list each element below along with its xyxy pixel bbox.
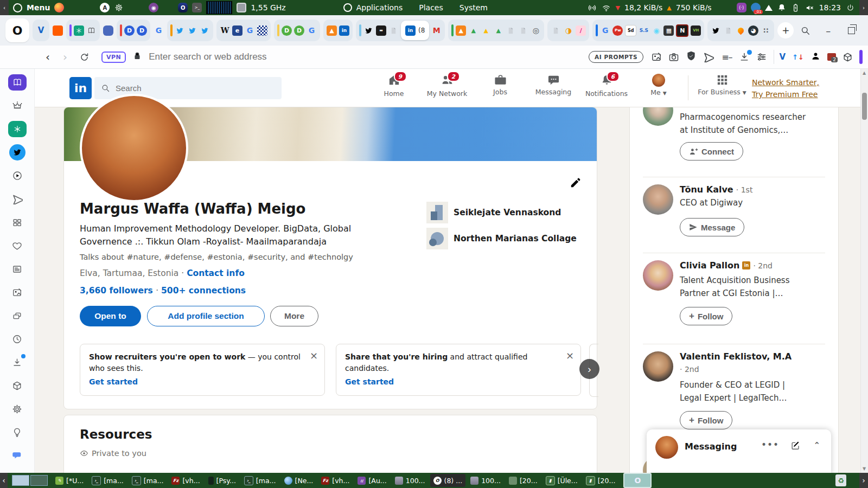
tab-favicon-e[interactable]: e	[232, 25, 242, 36]
taskbar-window[interactable]: ▮[Üle...	[542, 474, 581, 487]
power-icon[interactable]	[845, 3, 855, 12]
follow-button[interactable]: +Follow	[680, 411, 732, 429]
sidebar-speeddial-icon[interactable]	[8, 214, 27, 230]
trash-applet-icon[interactable]: ♻	[835, 474, 846, 486]
tab-favicon-wikipedia[interactable]: W	[220, 25, 230, 36]
taskbar-window[interactable]: ›_[ma...	[241, 474, 279, 487]
nav-messaging[interactable]: Messaging	[528, 74, 578, 96]
sidebar-bookmarks-heart-icon[interactable]	[8, 237, 27, 254]
ai-prompts-button[interactable]: AI PROMPTS	[589, 51, 643, 63]
open-to-button[interactable]: Open to	[80, 306, 141, 326]
sidebar-tabs-icon[interactable]	[8, 307, 27, 324]
messaging-compose-icon[interactable]	[790, 440, 801, 451]
sidebar-player-icon[interactable]	[8, 168, 27, 184]
scrollbar-thumb[interactable]	[862, 93, 867, 120]
taskbar-window[interactable]: ✎[*U...	[52, 474, 87, 487]
firefox-icon[interactable]	[54, 3, 64, 12]
nav-my-network[interactable]: 2 My Network	[422, 74, 472, 98]
tab-favicon-twitter[interactable]	[175, 25, 185, 36]
messaging-avatar[interactable]	[655, 436, 678, 459]
tab-favicon-doc[interactable]	[518, 25, 528, 36]
clock[interactable]: 18:23	[819, 3, 841, 12]
tab-favicon-pw[interactable]: Pw	[612, 25, 623, 36]
messaging-more-icon[interactable]: •••	[761, 439, 779, 450]
taskbar-window[interactable]: [20...	[506, 474, 541, 487]
tab-favicon-linkedin[interactable]: in	[339, 25, 349, 36]
linkedin-logo[interactable]: in	[69, 77, 92, 99]
system-menu[interactable]: System	[459, 3, 488, 12]
tab-favicon-doc[interactable]	[723, 25, 733, 36]
current-company-row[interactable]: Seiklejate Vennaskond	[426, 202, 561, 223]
tab-favicon-rings[interactable]: ◎	[531, 25, 541, 36]
workspace-switcher[interactable]	[12, 475, 48, 486]
sync-tray-icon[interactable]: _01	[751, 3, 761, 12]
tab-favicon-doc[interactable]	[506, 25, 516, 36]
radio-signal-icon[interactable]	[588, 3, 597, 12]
taskbar-window[interactable]: ›_[ma...	[88, 474, 127, 487]
close-icon[interactable]: ×	[566, 350, 574, 361]
tab-favicon-grid[interactable]: ▦	[663, 25, 674, 36]
tab-favicon-checker[interactable]	[257, 25, 267, 36]
ext-person-icon[interactable]	[810, 51, 821, 63]
terminal-icon[interactable]: >_	[192, 3, 202, 12]
sidebar-extensions-icon[interactable]	[8, 377, 27, 394]
tab-favicon-tri-green[interactable]: ▲	[493, 25, 503, 36]
menu-button[interactable]: Menu	[27, 3, 50, 12]
person-name-line[interactable]: Valentin Feklistov, M.A	[680, 351, 792, 362]
ext-collection-icon[interactable]: 2	[827, 53, 836, 61]
get-started-link[interactable]: Get started	[89, 377, 138, 386]
person-avatar[interactable]	[643, 184, 673, 215]
snapshot-camera-icon[interactable]	[668, 52, 679, 62]
restore-button[interactable]	[848, 27, 855, 34]
ext-purple-pin[interactable]	[859, 50, 863, 64]
tab-favicon-metamask[interactable]: ▲	[327, 25, 337, 36]
taskbar-window[interactable]: ›_[ma...	[129, 474, 167, 487]
linkedin-search-input[interactable]	[114, 83, 269, 93]
sidebar-news-icon[interactable]	[8, 261, 27, 277]
downloads-icon[interactable]	[739, 52, 750, 62]
close-icon[interactable]: ×	[310, 350, 318, 361]
active-tab[interactable]: in (8	[401, 21, 429, 40]
opera-menu-button[interactable]: O	[5, 18, 29, 42]
volume-muted-icon[interactable]	[805, 3, 815, 12]
tab-favicon-d1[interactable]: D	[124, 25, 135, 36]
search-tool-icon[interactable]: A	[100, 3, 110, 12]
workspace-1[interactable]	[12, 475, 29, 486]
taskbar-window[interactable]: [Psy...	[205, 474, 239, 487]
tab-favicon-gmail[interactable]: M	[431, 25, 442, 36]
premium-upsell-link[interactable]: Network Smarter,Try Premium Free	[752, 76, 839, 100]
sidebar-crown-icon[interactable]	[8, 98, 27, 114]
connections-link[interactable]: 500+ connections	[161, 286, 246, 296]
add-profile-section-button[interactable]: Add profile section	[147, 306, 265, 326]
sidebar-downloads-icon[interactable]	[8, 354, 27, 370]
tab-favicon-d2[interactable]: D	[137, 25, 147, 36]
system-monitor-graph[interactable]	[206, 1, 232, 14]
sidebar-bookmarks-active[interactable]	[8, 74, 27, 91]
tab-favicon-metamask[interactable]: ▲	[456, 25, 466, 36]
taskbar-window[interactable]: Fz[vh...	[168, 474, 203, 487]
address-bar-input[interactable]	[148, 51, 475, 63]
taskbar-expand-icon[interactable]: ›	[859, 473, 868, 488]
tab-favicon-half-circle[interactable]: ◑	[563, 25, 573, 36]
taskbar-window[interactable]: 100...	[392, 474, 429, 487]
tab-favicon-doc[interactable]	[388, 25, 399, 36]
tab-favicon-google[interactable]: G	[245, 25, 255, 36]
workspace-2[interactable]	[30, 475, 48, 486]
tab-favicon-ss[interactable]: S.S	[639, 25, 649, 36]
reload-button[interactable]	[79, 52, 90, 62]
tab-favicon-google[interactable]: G	[600, 25, 610, 36]
followers-link[interactable]: 3,660 followers	[80, 286, 153, 296]
person-name-line[interactable]: Clivia Pallonin· 2nd	[680, 260, 773, 271]
more-button[interactable]: More	[270, 306, 318, 326]
taskbar-window[interactable]: Fz[vh...	[318, 474, 353, 487]
network-notify-icon[interactable]	[765, 5, 773, 11]
person-avatar[interactable]	[643, 260, 673, 291]
gears-icon[interactable]	[114, 3, 124, 12]
taskbar-window[interactable]: [Ne...	[281, 474, 317, 487]
tab-favicon-news[interactable]: N	[676, 24, 688, 37]
sidebar-aria-chatgpt-icon[interactable]	[8, 121, 27, 137]
forward-button[interactable]: ›	[63, 50, 67, 63]
person-avatar[interactable]	[643, 107, 673, 126]
profile-photo[interactable]	[80, 94, 188, 202]
tor-icon[interactable]: ◉	[149, 3, 158, 12]
